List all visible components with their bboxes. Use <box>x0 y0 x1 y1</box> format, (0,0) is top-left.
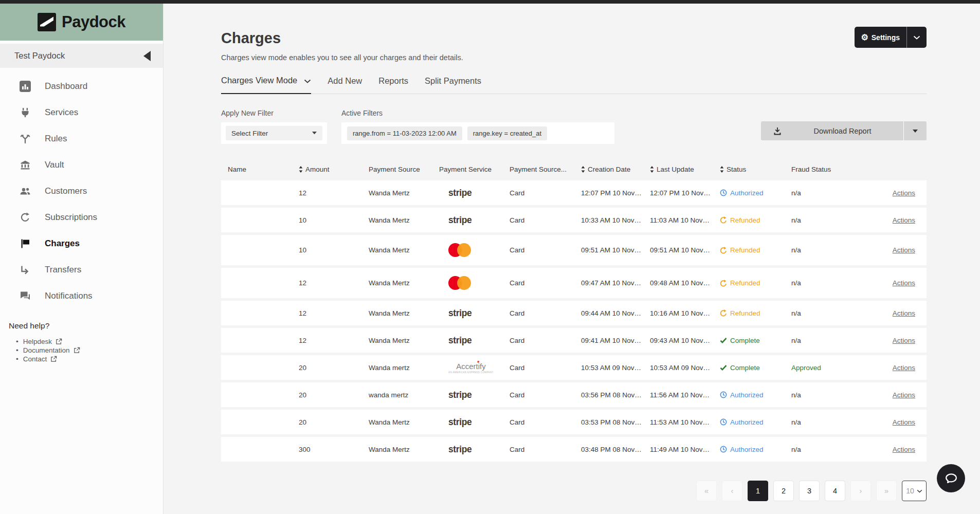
download-dropdown-button[interactable] <box>904 130 927 133</box>
cell-last-update: 09:48 AM 10 Nov… <box>650 279 720 287</box>
sidebar-item-charges[interactable]: Charges <box>0 230 163 256</box>
help-link-helpdesk[interactable]: •Helpdesk <box>16 337 163 346</box>
status-label: Refunded <box>730 279 760 287</box>
sidebar-item-label: Services <box>45 107 78 118</box>
page-size-select[interactable]: 10 <box>902 481 927 501</box>
cell-payment-source-type: Card <box>510 391 581 399</box>
tab-charges-view-mode[interactable]: Charges View Mode <box>221 76 311 94</box>
pagination-page-4[interactable]: 4 <box>825 481 845 501</box>
sidebar-item-vault[interactable]: Vault <box>0 152 163 178</box>
accertify-subtext: AN AMERICAN EXPRESS COMPANY <box>448 371 494 374</box>
pagination-prev-button[interactable]: ‹ <box>722 481 742 501</box>
cell-actions: Actions <box>870 189 927 197</box>
tab-reports[interactable]: Reports <box>378 76 408 94</box>
table-row[interactable]: 20Wanda MertzstripeCard03:53 PM 08 Nov…1… <box>221 410 927 434</box>
fork-icon <box>20 133 31 144</box>
pagination-next-button[interactable]: › <box>850 481 871 501</box>
cell-status: Refunded <box>720 246 791 254</box>
table-row[interactable]: 300Wanda MertzstripeCard03:48 PM 08 Nov…… <box>221 437 927 462</box>
mastercard-logo <box>448 243 471 257</box>
table-row[interactable]: 12Wanda MertzCard09:47 AM 10 Nov…09:48 A… <box>221 268 927 298</box>
chat-icon <box>20 290 31 302</box>
cell-actions: Actions <box>870 446 927 453</box>
chat-support-button[interactable] <box>937 464 965 492</box>
pagination-page-2[interactable]: 2 <box>773 481 794 501</box>
cell-payment-source-type: Card <box>510 189 581 197</box>
cell-creation-date: 09:47 AM 10 Nov… <box>581 279 650 287</box>
help-link-contact[interactable]: •Contact <box>16 355 163 363</box>
actions-link[interactable]: Actions <box>893 446 915 453</box>
filter-select[interactable]: Select Filter <box>226 126 322 140</box>
sidebar-item-rules[interactable]: Rules <box>0 125 163 152</box>
sidebar-item-customers[interactable]: Customers <box>0 178 163 204</box>
col-header-label: Fraud Status <box>791 166 831 173</box>
actions-link[interactable]: Actions <box>893 309 915 317</box>
sidebar-item-dashboard[interactable]: Dashboard <box>0 73 163 99</box>
actions-link[interactable]: Actions <box>893 189 915 197</box>
pagination-last-button[interactable]: » <box>876 481 897 501</box>
help-link-documentation[interactable]: •Documentation <box>16 346 163 355</box>
sidebar-collapse-icon[interactable] <box>143 52 151 60</box>
pagination: «‹1234›»10 <box>221 481 927 501</box>
cell-payment-service: stripe <box>439 417 510 428</box>
pagination-page-1[interactable]: 1 <box>748 481 768 501</box>
cell-payment-service: stripe <box>439 444 510 455</box>
tab-split-payments[interactable]: Split Payments <box>425 76 481 94</box>
table-row[interactable]: 12Wanda MertzstripeCard09:44 AM 10 Nov…1… <box>221 301 927 325</box>
tab-add-new[interactable]: Add New <box>328 76 362 94</box>
cell-last-update: 12:07 PM 10 Nov… <box>650 189 720 197</box>
paydock-logo[interactable]: Paydock <box>0 4 163 41</box>
pagination-page-3[interactable]: 3 <box>799 481 820 501</box>
col-header-status[interactable]: Status <box>720 166 791 173</box>
actions-link[interactable]: Actions <box>893 364 915 372</box>
filter-chip[interactable]: range.from = 11-03-2023 12:00 AM <box>347 126 462 140</box>
table-row[interactable]: 10Wanda MertzstripeCard10:33 AM 10 Nov…1… <box>221 208 927 232</box>
table-row[interactable]: 20wanda mertzstripeCard03:56 PM 08 Nov…1… <box>221 382 927 407</box>
cell-payment-source: wanda mertz <box>369 391 439 399</box>
col-header-payment-source: Payment Source <box>369 166 439 173</box>
cell-actions: Actions <box>870 418 927 426</box>
cell-fraud-status: n/a <box>791 216 870 224</box>
col-header-amount[interactable]: Amount <box>299 166 369 173</box>
clock-icon <box>720 189 727 196</box>
table-row[interactable]: 12Wanda MertzstripeCard09:41 AM 10 Nov…0… <box>221 328 927 353</box>
col-header-creation-date[interactable]: Creation Date <box>581 166 650 173</box>
cell-creation-date: 12:07 PM 10 Nov… <box>581 189 650 197</box>
download-report-button[interactable]: Download Report <box>761 121 927 140</box>
filter-row: Apply New Filter Select Filter Active Fi… <box>221 109 927 144</box>
cell-last-update: 10:53 AM 09 Nov… <box>650 364 720 372</box>
active-filters-label: Active Filters <box>341 109 614 118</box>
col-header-label: Payment Source... <box>510 166 567 173</box>
sidebar-item-notifications[interactable]: Notifications <box>0 283 163 309</box>
cell-payment-source: Wanda Mertz <box>369 246 439 254</box>
table-row[interactable]: 20Wanda mertzAccertify✱AN AMERICAN EXPRE… <box>221 355 927 380</box>
cell-payment-source-type: Card <box>510 309 581 317</box>
table-row[interactable]: 10Wanda MertzCard09:51 AM 10 Nov…09:51 A… <box>221 235 927 265</box>
actions-link[interactable]: Actions <box>893 418 915 426</box>
sidebar-item-label: Notifications <box>45 291 93 301</box>
filter-chip[interactable]: range.key = created_at <box>467 126 547 140</box>
cell-payment-service: stripe <box>439 215 510 226</box>
pagination-first-button[interactable]: « <box>696 481 717 501</box>
cell-status: Authorized <box>720 391 791 399</box>
cell-payment-source-type: Card <box>510 364 581 372</box>
select-filter-panel: Select Filter <box>221 122 327 144</box>
sidebar-item-label: Customers <box>45 186 87 196</box>
sidebar-item-transfers[interactable]: Transfers <box>0 256 163 283</box>
table-row[interactable]: 12Wanda MertzstripeCard12:07 PM 10 Nov…1… <box>221 180 927 205</box>
actions-link[interactable]: Actions <box>893 337 915 344</box>
cell-payment-source: Wanda Mertz <box>369 216 439 224</box>
sort-icon <box>299 166 303 173</box>
sidebar-item-services[interactable]: Services <box>0 99 163 125</box>
sidebar-item-subscriptions[interactable]: Subscriptions <box>0 204 163 230</box>
status-label: Complete <box>730 337 760 344</box>
cell-creation-date: 09:41 AM 10 Nov… <box>581 337 650 344</box>
actions-link[interactable]: Actions <box>893 246 915 254</box>
sidebar-item-label: Rules <box>45 134 67 144</box>
actions-link[interactable]: Actions <box>893 216 915 224</box>
accertify-star: ✱ <box>477 360 480 363</box>
col-header-last-update[interactable]: Last Update <box>650 166 720 173</box>
actions-link[interactable]: Actions <box>893 391 915 399</box>
cell-payment-source: Wanda mertz <box>369 364 439 372</box>
actions-link[interactable]: Actions <box>893 279 915 287</box>
